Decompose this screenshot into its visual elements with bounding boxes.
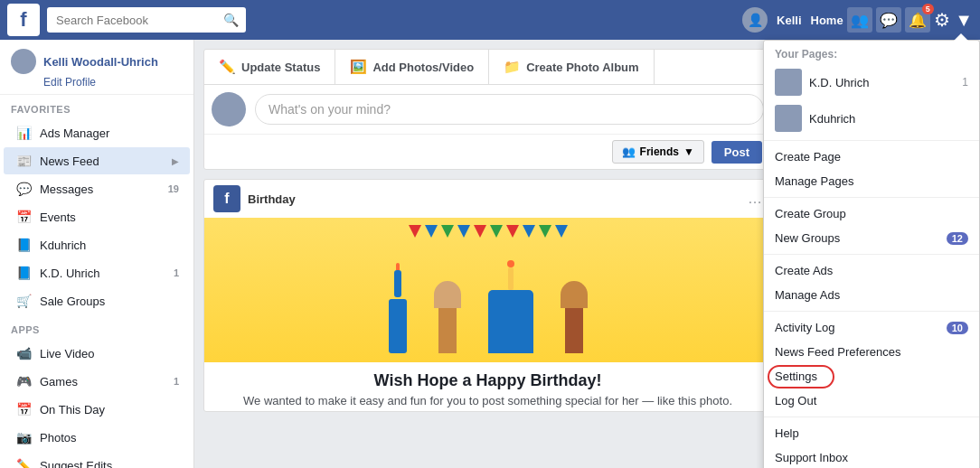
sidebar-item-label: Sale Groups — [40, 295, 105, 308]
divider — [764, 254, 979, 255]
activity-log-item[interactable]: Activity Log 10 — [764, 315, 979, 340]
friends-selector-btn[interactable]: 👥 Friends ▼ — [612, 140, 704, 164]
manage-ads-item[interactable]: Manage Ads — [764, 283, 979, 307]
sidebar-item-label: On This Day — [40, 403, 105, 417]
create-page-item[interactable]: Create Page — [764, 145, 979, 169]
create-album-btn[interactable]: 📁 Create Photo Album — [489, 50, 654, 84]
sidebar-item-news-feed[interactable]: 📰 News Feed ▶ — [4, 147, 190, 174]
home-link[interactable]: Home — [811, 14, 843, 27]
help-item[interactable]: Help — [764, 421, 979, 445]
dropdown-page-avatar — [775, 69, 802, 96]
birthday-banner — [204, 225, 771, 238]
dropdown-arrow — [954, 33, 968, 41]
sale-groups-icon: 🛒 — [14, 292, 33, 310]
photos-icon: 🖼️ — [350, 59, 367, 75]
dropdown-pages-title: Your Pages: — [764, 41, 979, 64]
more-options-icon[interactable]: … — [748, 191, 762, 207]
notifications-icon: 🔔 — [909, 12, 927, 29]
birthday-scene — [204, 218, 771, 362]
sidebar-item-live-video[interactable]: 📹 Live Video — [4, 340, 190, 367]
new-groups-badge: 12 — [947, 232, 968, 245]
search-icon: 🔍 — [223, 13, 239, 27]
friends-icon-btn[interactable]: 👥 — [847, 7, 872, 33]
update-status-btn[interactable]: ✏️ Update Status — [204, 50, 335, 84]
birthday-text-area: Wish Hope a Happy Birthday! We wanted to… — [204, 362, 771, 411]
live-video-icon: 📹 — [14, 344, 33, 362]
sidebar-item-sale-groups[interactable]: 🛒 Sale Groups — [4, 287, 190, 314]
sidebar-item-ads-manager[interactable]: 📊 Ads Manager — [4, 119, 190, 146]
edit-profile-link[interactable]: Edit Profile — [11, 76, 183, 89]
logout-item[interactable]: Log Out — [764, 388, 979, 413]
friends-icon: 👥 — [622, 145, 636, 158]
notification-badge: 5 — [922, 4, 934, 14]
messages-icon-btn[interactable]: 💬 — [876, 7, 901, 33]
news-feed-icon: 📰 — [14, 152, 33, 170]
new-groups-item[interactable]: New Groups 12 — [764, 226, 979, 250]
sidebar-item-suggest-edits[interactable]: ✏️ Suggest Edits — [4, 452, 190, 468]
news-feed-preferences-item[interactable]: News Feed Preferences — [764, 340, 979, 364]
status-icon: ✏️ — [219, 59, 236, 75]
sidebar-item-kd-uhrich[interactable]: 📘 K.D. Uhrich 1 — [4, 259, 190, 286]
settings-item[interactable]: Settings — [764, 364, 979, 388]
update-status-label: Update Status — [241, 61, 320, 74]
nav-right: 👤 Kelli Home 👥 💬 🔔 5 ⚙ ▼ — [742, 7, 973, 33]
notifications-icon-btn[interactable]: 🔔 5 — [905, 7, 930, 33]
support-inbox-item[interactable]: Support Inbox — [764, 445, 979, 468]
sidebar-item-games[interactable]: 🎮 Games 1 — [4, 368, 190, 395]
sidebar-item-on-this-day[interactable]: 📅 On This Day — [4, 396, 190, 423]
sidebar-user-avatar — [11, 49, 36, 74]
dropdown-page-kduhrich[interactable]: Kduhrich — [764, 100, 979, 136]
kd-uhrich-icon: 📘 — [14, 264, 33, 282]
user-name[interactable]: Kelli — [777, 14, 801, 27]
activity-log-label: Activity Log — [775, 321, 834, 334]
sidebar-item-label: Events — [40, 211, 76, 224]
suggest-edits-icon: ✏️ — [14, 456, 33, 468]
post-button[interactable]: Post — [711, 141, 762, 164]
album-icon: 📁 — [504, 59, 521, 75]
activity-log-badge: 10 — [947, 322, 968, 334]
messages-count: 19 — [168, 183, 179, 194]
birthday-card-header: f Birthday … — [204, 180, 771, 218]
sidebar-item-photos[interactable]: 📷 Photos — [4, 424, 190, 451]
create-ads-item[interactable]: Create Ads — [764, 258, 979, 283]
dropdown-page-name: Kduhrich — [809, 112, 968, 126]
post-placeholder[interactable]: What's on your mind? — [255, 94, 764, 125]
divider — [764, 197, 979, 198]
sidebar-item-messages[interactable]: 💬 Messages 19 — [4, 175, 190, 202]
birthday-header-text: Birthday — [248, 192, 296, 206]
sidebar-item-kduhrich[interactable]: 📘 Kduhrich — [4, 231, 190, 258]
sidebar-item-label: Kduhrich — [40, 239, 86, 252]
friends-btn-label: Friends — [640, 145, 679, 158]
add-photos-btn[interactable]: 🖼️ Add Photos/Video — [335, 50, 489, 84]
games-count: 1 — [174, 376, 179, 387]
divider — [764, 311, 979, 312]
messages-icon: 💬 — [880, 12, 898, 29]
sidebar-item-events[interactable]: 📅 Events — [4, 203, 190, 230]
facebook-birthday-icon: f — [213, 185, 240, 212]
user-avatar: 👤 — [742, 7, 768, 33]
manage-pages-item[interactable]: Manage Pages — [764, 169, 979, 193]
sidebar-item-label: Photos — [40, 431, 76, 445]
friends-chevron-icon: ▼ — [683, 145, 694, 158]
sidebar-item-label: Ads Manager — [40, 126, 109, 140]
create-group-item[interactable]: Create Group — [764, 201, 979, 226]
search-input[interactable] — [47, 7, 246, 33]
account-dropdown: Your Pages: K.D. Uhrich 1 Kduhrich Creat… — [763, 40, 980, 468]
apps-label: APPS — [0, 315, 193, 339]
post-bottom-bar: 👥 Friends ▼ Post — [204, 134, 771, 169]
settings-label: Settings — [775, 370, 817, 383]
friends-icon: 👥 — [851, 12, 869, 29]
account-dropdown-btn[interactable]: ⚙ ▼ — [934, 9, 973, 31]
sidebar-item-label: K.D. Uhrich — [40, 267, 99, 280]
post-input-row: What's on your mind? — [204, 85, 771, 134]
dropdown-page-count: 1 — [962, 76, 968, 89]
on-this-day-icon: 📅 — [14, 400, 33, 418]
sidebar-item-label: Messages — [40, 183, 93, 196]
kduhrich-icon: 📘 — [14, 236, 33, 254]
post-actions-bar: ✏️ Update Status 🖼️ Add Photos/Video 📁 C… — [204, 50, 771, 85]
divider — [764, 140, 979, 141]
sidebar-user-name[interactable]: Kelli Woodall-Uhrich — [43, 55, 158, 69]
birthday-title: Wish Hope a Happy Birthday! — [219, 371, 757, 390]
facebook-logo: f — [7, 4, 40, 36]
dropdown-page-kd-uhrich[interactable]: K.D. Uhrich 1 — [764, 64, 979, 100]
